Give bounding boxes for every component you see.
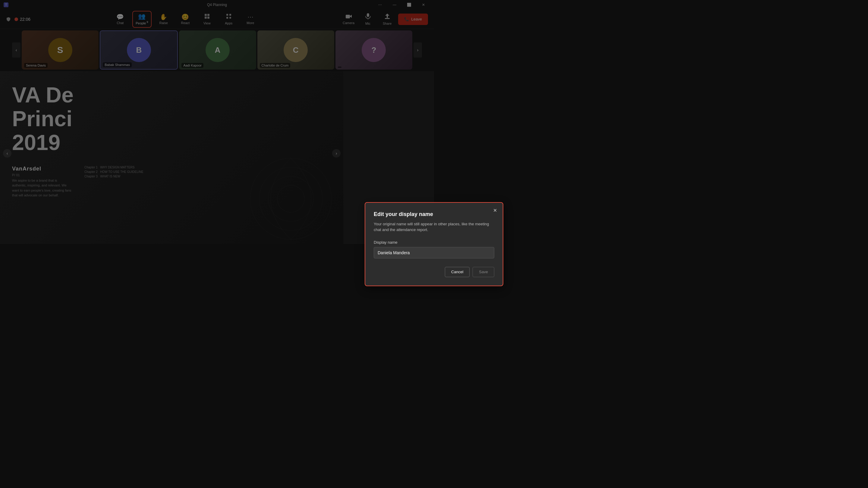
modal-overlay[interactable]: ✕ Edit your display name Your original n…: [0, 0, 434, 244]
display-name-label: Display name: [374, 240, 434, 244]
edit-display-name-modal: ✕ Edit your display name Your original n…: [365, 202, 434, 244]
modal-subtitle: Your original name will still appear in …: [374, 221, 434, 233]
modal-title: Edit your display name: [374, 211, 434, 218]
